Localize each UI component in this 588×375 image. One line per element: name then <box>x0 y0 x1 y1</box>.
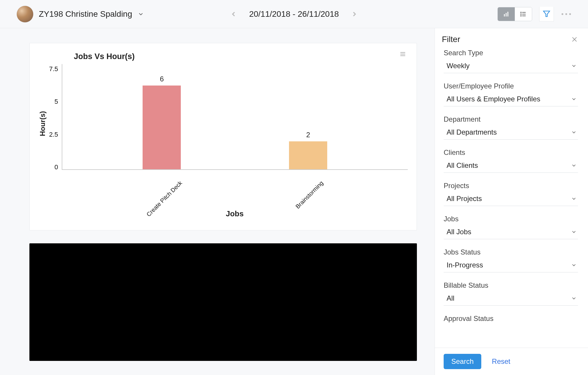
filter-select[interactable]: All Departments <box>444 126 578 140</box>
x-label: Create Pitch Deck <box>145 180 202 236</box>
filter-label: Clients <box>444 148 578 157</box>
filter-value: All Departments <box>447 128 497 136</box>
filter-select[interactable]: In-Progress <box>444 259 578 272</box>
reset-button[interactable]: Reset <box>492 357 510 366</box>
more-icon[interactable] <box>561 13 572 16</box>
bar-value: 2 <box>306 131 310 139</box>
svg-rect-1 <box>506 13 507 16</box>
chevron-down-icon <box>571 163 577 168</box>
filter-value: All Users & Employee Profiles <box>447 95 540 103</box>
user-selector[interactable]: ZY198 Christine Spalding <box>16 6 144 23</box>
x-axis-label: Jobs <box>62 209 408 218</box>
next-arrow-icon[interactable] <box>351 10 358 18</box>
filter-group: ClientsAll Clients <box>444 148 578 173</box>
bar[interactable] <box>143 86 181 169</box>
filter-select[interactable]: All Users & Employee Profiles <box>444 93 578 106</box>
chevron-down-icon <box>571 295 577 301</box>
filter-select[interactable]: All Clients <box>444 160 578 173</box>
close-icon <box>571 36 578 43</box>
filter-label: Projects <box>444 182 578 190</box>
filter-value: Weekly <box>447 62 470 70</box>
chart-area: Hour(s) 7.5 5 2.5 0 62 Create Pitch Deck… <box>39 64 408 218</box>
chart-title: Jobs Vs Hour(s) <box>74 52 408 61</box>
filter-select[interactable]: Weekly <box>444 60 578 73</box>
filter-group: ProjectsAll Projects <box>444 182 578 206</box>
svg-point-7 <box>521 14 521 14</box>
chevron-down-icon <box>571 262 577 268</box>
filter-group: Billable StatusAll <box>444 281 578 306</box>
filter-icon <box>542 10 551 18</box>
bar-value: 6 <box>160 75 164 83</box>
chart-view-button[interactable] <box>498 7 515 21</box>
filter-label: Department <box>444 115 578 123</box>
x-labels: Create Pitch DeckBrainstorming <box>62 170 408 206</box>
filter-label: Search Type <box>444 49 578 57</box>
list-view-button[interactable] <box>515 7 532 21</box>
svg-point-10 <box>562 13 563 15</box>
svg-marker-9 <box>544 11 550 17</box>
svg-rect-2 <box>507 12 508 16</box>
filter-toggle-button[interactable] <box>539 7 554 21</box>
filter-value: In-Progress <box>447 261 483 269</box>
chevron-down-icon <box>138 11 144 17</box>
bar-slot: 2 <box>235 131 381 169</box>
filter-select[interactable]: All Projects <box>444 193 578 206</box>
bar[interactable] <box>289 141 327 169</box>
svg-point-8 <box>521 16 521 16</box>
topbar-right <box>497 7 572 21</box>
search-button[interactable]: Search <box>444 354 481 369</box>
chevron-down-icon <box>571 229 577 235</box>
y-tick: 7.5 <box>49 65 58 73</box>
filter-label: User/Employee Profile <box>444 82 578 90</box>
filter-group: Search TypeWeekly <box>444 49 578 73</box>
filter-value: All Clients <box>447 161 478 170</box>
close-button[interactable] <box>571 36 578 43</box>
prev-arrow-icon[interactable] <box>230 10 237 18</box>
svg-rect-0 <box>504 14 505 16</box>
filter-group: JobsAll Jobs <box>444 215 578 239</box>
date-navigator: 20/11/2018 - 26/11/2018 <box>230 9 358 19</box>
chart-card: Jobs Vs Hour(s) Hour(s) 7.5 5 2.5 0 62 C… <box>29 43 417 230</box>
filter-label: Approval Status <box>444 314 578 323</box>
chevron-down-icon <box>571 63 577 69</box>
filter-header: Filter <box>435 28 588 49</box>
avatar <box>16 6 34 23</box>
x-label: Brainstorming <box>294 180 343 228</box>
filter-label: Jobs Status <box>444 248 578 256</box>
filter-group: Approval Status <box>444 314 578 323</box>
chevron-down-icon <box>571 196 577 202</box>
filter-footer: Search Reset <box>435 348 588 375</box>
content: Jobs Vs Hour(s) Hour(s) 7.5 5 2.5 0 62 C… <box>0 28 435 375</box>
user-name: ZY198 Christine Spalding <box>39 9 132 19</box>
chart-menu-button[interactable] <box>399 51 407 57</box>
bar-slot: 6 <box>89 75 235 169</box>
filter-value: All <box>447 294 455 302</box>
plot: 62 Create Pitch DeckBrainstorming Jobs <box>62 64 408 218</box>
filter-group: DepartmentAll Departments <box>444 115 578 140</box>
bar-chart-icon <box>503 11 510 18</box>
y-ticks: 7.5 5 2.5 0 <box>49 65 62 171</box>
filter-body: Search TypeWeeklyUser/Employee ProfileAl… <box>435 49 588 348</box>
filter-group: User/Employee ProfileAll Users & Employe… <box>444 82 578 106</box>
list-icon <box>520 11 527 18</box>
chevron-down-icon <box>571 96 577 102</box>
filter-select[interactable]: All Jobs <box>444 226 578 239</box>
filter-select[interactable]: All <box>444 292 578 306</box>
view-toggle <box>497 7 532 21</box>
filter-title: Filter <box>442 35 460 44</box>
filter-label: Jobs <box>444 215 578 223</box>
filter-value: All Projects <box>447 195 482 203</box>
y-tick: 2.5 <box>49 131 58 138</box>
y-tick: 5 <box>49 98 58 106</box>
svg-point-6 <box>521 12 521 13</box>
y-tick: 0 <box>49 163 58 171</box>
plot-inner: 62 <box>62 64 408 170</box>
main: Jobs Vs Hour(s) Hour(s) 7.5 5 2.5 0 62 C… <box>0 28 588 375</box>
topbar: ZY198 Christine Spalding 20/11/2018 - 26… <box>0 0 588 28</box>
x-label-slot: Create Pitch Deck <box>88 170 235 206</box>
x-label-slot: Brainstorming <box>235 170 381 206</box>
y-axis-label: Hour(s) <box>39 111 47 136</box>
filter-group: Jobs StatusIn-Progress <box>444 248 578 272</box>
date-range: 20/11/2018 - 26/11/2018 <box>249 9 339 19</box>
svg-point-12 <box>569 13 571 15</box>
